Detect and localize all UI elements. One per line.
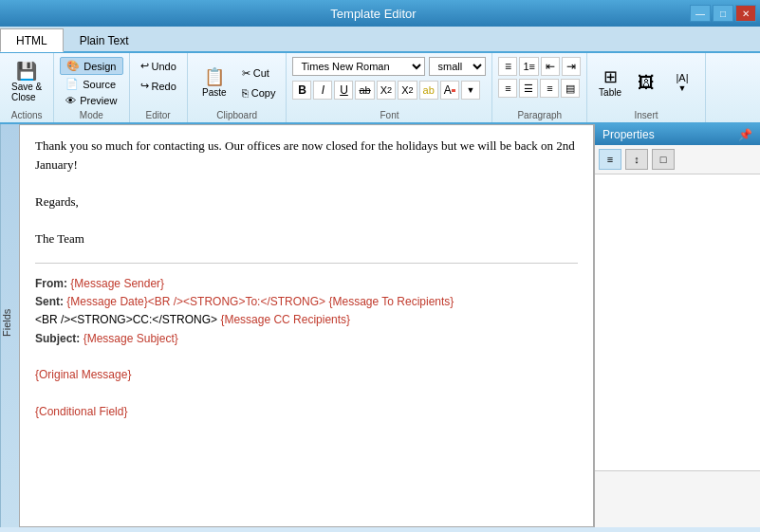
table-icon: ⊞ (603, 68, 618, 85)
preview-mode-button[interactable]: 👁 Preview (60, 93, 122, 108)
insert-extra-button[interactable]: |A| ▼ (665, 68, 699, 97)
fields-label: Fields (1, 309, 12, 337)
undo-button[interactable]: ↩ Undo (136, 57, 181, 75)
subject-line: Subject: {Message Subject} (35, 330, 578, 348)
properties-title: Properties (602, 128, 655, 141)
save-icon: 💾 (16, 63, 37, 80)
font-family-select[interactable]: Times New Roman (292, 57, 425, 76)
redo-icon: ↪ (140, 80, 149, 92)
preview-icon: 👁 (65, 95, 76, 106)
cut-button[interactable]: ✂ Cut (237, 64, 281, 83)
italic-button[interactable]: I (313, 81, 332, 100)
indent-more-button[interactable]: ⇥ (562, 57, 581, 76)
align-center-button[interactable]: ☰ (519, 79, 538, 98)
bold-button[interactable]: B (292, 81, 311, 100)
design-mode-button[interactable]: 🎨 Design (60, 57, 122, 75)
tab-html[interactable]: HTML (0, 28, 64, 52)
clipboard-group: 📋 Paste ✂ Cut ⎘ Copy Clipboard (188, 53, 287, 122)
ordered-list-button[interactable]: 1≡ (519, 57, 539, 76)
cc-field: {Message CC Recipients} (220, 313, 350, 326)
clipboard-label: Clipboard (194, 110, 281, 120)
main-content: Fields Thank you so much for contacting … (0, 124, 760, 527)
insert-extra-icon: |A| (677, 72, 689, 83)
close-button[interactable]: ✕ (735, 5, 756, 22)
maximize-button[interactable]: □ (713, 5, 733, 22)
table-button[interactable]: ⊞ Table (593, 64, 627, 101)
email-divider (35, 263, 578, 264)
cc-line: <BR /><STRONG>CC:</STRONG> {Message CC R… (35, 311, 578, 329)
insert-group: ⊞ Table 🖼 |A| ▼ Insert (587, 53, 706, 122)
unordered-list-button[interactable]: ≡ (498, 57, 517, 76)
from-label: From: (35, 277, 70, 290)
properties-toolbar: ≡ ↕ □ (595, 145, 760, 174)
tab-bar: HTML Plain Text (0, 27, 760, 53)
subscript-button[interactable]: X2 (377, 81, 396, 100)
mode-label: Mode (60, 110, 122, 120)
editor-content: Thank you so much for contacting us. Our… (35, 137, 578, 421)
paragraph-group: ≡ 1≡ ⇤ ⇥ ≡ ☰ ≡ ▤ Paragraph (492, 53, 587, 122)
font-label: Font (292, 110, 486, 120)
align-justify-button[interactable]: ▤ (561, 79, 580, 98)
properties-footer (595, 470, 760, 527)
properties-view-button[interactable]: □ (652, 149, 675, 170)
subject-field: {Message Subject} (83, 332, 178, 345)
copy-icon: ⎘ (242, 87, 249, 99)
to-field: {Message To Recipients} (328, 295, 454, 308)
tab-plain-text[interactable]: Plain Text (64, 28, 145, 51)
font-color-dropdown[interactable]: ▼ (461, 81, 480, 100)
fields-sidebar[interactable]: Fields (0, 124, 19, 527)
regards-text: Regards, (35, 193, 578, 211)
mode-group: 🎨 Design 📄 Source 👁 Preview Mode (54, 53, 129, 122)
copy-button[interactable]: ⎘ Copy (237, 84, 281, 101)
minimize-button[interactable]: — (690, 5, 711, 22)
properties-sort-button[interactable]: ↕ (625, 149, 648, 170)
ribbon: 💾 Save &Close Actions 🎨 Design 📄 Source … (0, 53, 760, 124)
source-mode-button[interactable]: 📄 Source (60, 76, 122, 92)
insert-label: Insert (593, 110, 699, 120)
design-icon: 🎨 (66, 60, 80, 72)
properties-header: Properties 📌 (595, 124, 760, 145)
properties-content (595, 174, 760, 470)
properties-panel: Properties 📌 ≡ ↕ □ (594, 124, 760, 527)
editor-area[interactable]: Thank you so much for contacting us. Our… (19, 124, 594, 527)
align-left-button[interactable]: ≡ (498, 79, 517, 98)
title-bar: Template Editor — □ ✕ (0, 0, 760, 27)
strikethrough-button[interactable]: ab (355, 81, 374, 100)
paste-button[interactable]: 📋 Paste (194, 64, 235, 101)
sent-line: Sent: {Message Date}<BR /><STRONG>To:</S… (35, 293, 578, 311)
font-color-button[interactable]: A (440, 81, 459, 100)
body-text: Thank you so much for contacting us. Our… (35, 137, 578, 174)
window-title: Template Editor (57, 7, 690, 21)
team-text: The Team (35, 229, 578, 248)
sent-label: Sent: (35, 295, 66, 308)
from-field: {Message Sender} (70, 277, 164, 290)
font-size-select[interactable]: small medium large (429, 57, 486, 76)
redo-button[interactable]: ↪ Redo (136, 77, 181, 95)
underline-button[interactable]: U (334, 81, 353, 100)
actions-label: Actions (6, 110, 47, 120)
properties-list-button[interactable]: ≡ (599, 149, 621, 170)
conditional-field: {Conditional Field} (35, 405, 127, 418)
source-icon: 📄 (65, 78, 79, 90)
indent-less-button[interactable]: ⇤ (541, 57, 560, 76)
original-line: {Original Message} (35, 366, 578, 384)
undo-icon: ↩ (140, 60, 149, 72)
save-close-button[interactable]: 💾 Save &Close (6, 59, 47, 106)
cut-icon: ✂ (242, 67, 250, 80)
original-field: {Original Message} (35, 368, 131, 381)
image-icon: 🖼 (638, 74, 655, 91)
from-line: From: {Message Sender} (35, 275, 578, 293)
align-right-button[interactable]: ≡ (540, 79, 559, 98)
superscript-button[interactable]: X2 (398, 81, 417, 100)
subject-label: Subject: (35, 332, 83, 345)
sent-field: {Message Date}<BR /><STRONG>To:</STRONG> (66, 295, 328, 308)
editor-label: Editor (136, 110, 181, 120)
actions-group: 💾 Save &Close Actions (0, 53, 54, 122)
paste-icon: 📋 (204, 68, 225, 85)
insert-more-button[interactable]: 🖼 (629, 70, 663, 95)
highlight-button[interactable]: ab (419, 81, 438, 100)
chevron-down-icon: ▼ (678, 83, 687, 93)
properties-pin-icon[interactable]: 📌 (738, 128, 752, 141)
paragraph-label: Paragraph (498, 110, 581, 120)
conditional-line: {Conditional Field} (35, 403, 578, 421)
